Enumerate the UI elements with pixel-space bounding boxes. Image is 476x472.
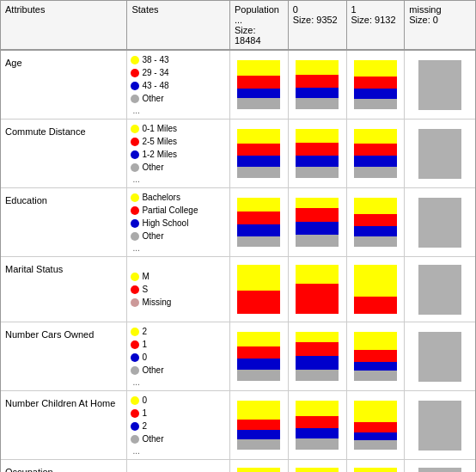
attribute-cell: Number Cars Owned [1,322,127,390]
table-row: Number Cars Owned210Other... [1,322,475,391]
legend-label: Other [142,93,163,104]
attribute-cell: Marital Status [1,257,127,322]
table-row: Marital StatusMSMissing [1,257,475,322]
legend-dot [131,366,139,375]
legend-dot [131,340,139,349]
bar-segment [237,291,280,315]
legend-label: Missing [142,297,171,308]
legend-item: 38 - 43 [131,54,168,65]
header-col1: 1 Size: 9132 [347,1,406,49]
stacked-bar [296,332,339,382]
stacked-bar [296,129,339,179]
stacked-bar [354,401,397,451]
stacked-bar [296,468,339,472]
bar-segment [237,156,280,167]
missing-bar [418,468,461,472]
missing-bar [418,129,461,179]
bar-segment [237,144,280,156]
legend-label: 38 - 43 [142,54,168,65]
attribute-label: Number Children At Home [5,398,115,408]
legend-label: Other [142,433,163,444]
legend-label: 29 - 34 [142,67,168,78]
bar-segment [296,265,339,284]
bar-segment [354,99,397,110]
bar-segment [296,60,339,75]
stacked-bar [237,401,280,451]
legend-dot [131,82,139,90]
legend-item: Other [131,365,163,376]
table-row: Age38 - 4329 - 3443 - 48Other... [1,51,475,120]
bar-segment [237,89,280,99]
bar-segment [296,356,339,370]
legend-label: 2 [142,420,147,432]
legend-label: 1-2 Miles [142,149,177,160]
stacked-bar [354,129,397,179]
population-bar-cell [230,257,289,322]
bar-segment [237,198,280,211]
header-attr-label: Attributes [5,4,45,15]
bar-segment [237,98,280,109]
legend-dot [131,273,139,281]
header-col0: 0 Size: 9352 [289,1,347,49]
bar-segment [354,77,397,89]
legend-dot [131,409,139,418]
legend-item: Bachelors [131,192,180,203]
bar-segment [237,224,280,236]
legend-item: 1 [131,408,147,419]
bar-segment [354,371,397,382]
legend-dot [131,69,139,77]
stacked-bar [237,198,280,248]
bar-segment [237,401,280,420]
legend-label: High School [142,218,188,229]
col0-bar-cell [289,257,347,322]
legend-label: 43 - 48 [142,80,168,91]
legend-label: 0 [142,395,147,406]
missing-bar-cell [405,120,475,187]
bar-segment [296,428,339,438]
bar-segment [296,284,339,315]
bar-segment [354,265,397,297]
bar-segment [237,370,280,381]
stacked-bar [237,332,280,382]
legend-item: Missing [131,297,171,308]
table-body: Age38 - 4329 - 3443 - 48Other...Commute … [1,51,475,472]
legend-dot [131,138,139,146]
legend-item: Other [131,433,163,444]
data-table: Attributes States Population ... Size: 1… [0,0,476,472]
states-cell: ProfessionalSkilled ManualManagement [127,460,230,472]
header-col1-label: 1 [351,4,357,15]
legend-item: Other [131,230,163,242]
table-row: OccupationProfessionalSkilled ManualMana… [1,460,475,472]
legend-dot [131,232,139,241]
legend-dot [131,95,139,103]
population-bar-cell [230,322,289,390]
col0-bar-cell [289,120,347,187]
population-bar-cell [230,460,289,472]
bar-segment [354,362,397,371]
bar-segment [237,76,280,89]
bar-segment [237,211,280,224]
legend-item: M [131,271,149,282]
attribute-cell: Occupation [1,460,127,472]
table-row: Number Children At Home012Other... [1,391,475,460]
states-cell: BachelorsPartial CollegeHigh SchoolOther… [127,188,230,256]
header-pop-label: Population ... [235,4,279,25]
legend-item: 2 [131,420,147,432]
attribute-cell: Education [1,188,127,256]
states-cell: MSMissing [127,257,230,322]
bar-segment [354,144,397,155]
stacked-bar [354,332,397,382]
bar-segment [237,129,280,144]
legend-item: 0 [131,395,147,406]
states-cell: 38 - 4329 - 3443 - 48Other... [127,51,230,119]
bar-segment [237,346,280,359]
legend-item: 29 - 34 [131,67,168,78]
missing-bar-cell [405,322,475,390]
col1-bar-cell [347,257,406,322]
bar-segment [296,235,339,248]
legend-item: Other [131,93,163,104]
legend-dot [131,298,139,307]
population-bar-cell [230,51,289,119]
stacked-bar [296,401,339,451]
missing-bar [418,60,461,110]
